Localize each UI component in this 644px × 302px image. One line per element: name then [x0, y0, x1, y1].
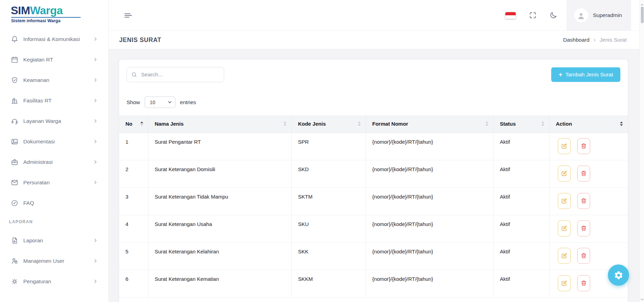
sort-icon [358, 121, 361, 126]
help-gauge-icon [11, 199, 18, 207]
cell-status: Aktif [494, 215, 549, 242]
fullscreen-button[interactable] [529, 11, 537, 19]
cell-no: 6 [119, 270, 148, 297]
mail-icon [11, 179, 18, 186]
column-header-kode-jenis[interactable]: Kode Jenis [292, 115, 366, 133]
cell-nama-jenis: Surat Keterangan Domisili [148, 160, 292, 187]
column-header-label: Format Nomor [372, 121, 408, 127]
edit-button[interactable] [558, 138, 571, 154]
card-toolbar: + Tambah Jenis Surat [119, 67, 628, 82]
page-title-bar: JENIS SURAT Dashboard › Jenis Surat [109, 31, 644, 49]
entries-label: entries [180, 99, 196, 106]
column-header-nama-jenis[interactable]: Nama Jenis [148, 115, 292, 133]
scroll-down-icon[interactable] [640, 296, 644, 300]
cell-nama-jenis: Surat Keterangan Usaha [148, 215, 292, 242]
navbar-right: Superadmin [505, 0, 644, 31]
column-header-format-nomor[interactable]: Format Nomor [366, 115, 494, 133]
sidebar-item-administrasi[interactable]: Administrasi [0, 152, 108, 172]
delete-button[interactable] [577, 220, 590, 236]
cell-no: 5 [119, 242, 148, 270]
column-header-action[interactable]: Action [549, 115, 628, 133]
trash-icon [580, 280, 587, 286]
edit-button[interactable] [558, 275, 571, 291]
cell-format-nomor: {nomor}/{kode}/RT/{tahun} [366, 160, 494, 187]
delete-button[interactable] [577, 166, 590, 182]
table-row: 2Surat Keterangan DomisiliSKD{nomor}/{ko… [119, 160, 628, 187]
edit-button[interactable] [558, 193, 571, 209]
column-header-label: Kode Jenis [298, 121, 326, 127]
page-size-select[interactable]: 10 [145, 97, 176, 108]
menu-toggle-button[interactable] [123, 11, 133, 20]
delete-button[interactable] [577, 193, 590, 209]
column-header-label: Nama Jenis [155, 121, 184, 127]
sort-icon [541, 121, 544, 126]
edit-button[interactable] [558, 248, 571, 264]
cell-kode-jenis: SKK [292, 242, 366, 270]
table-row: 5Surat Keterangan KelahiranSKK{nomor}/{k… [119, 242, 628, 270]
cell-no: 3 [119, 187, 148, 215]
column-header-status[interactable]: Status [494, 115, 549, 133]
cell-no: 1 [119, 133, 148, 160]
cell-kode-jenis: SKKM [292, 270, 366, 297]
sidebar-item-layanan-warga[interactable]: Layanan Warga [0, 111, 108, 131]
sidebar-item-manajemen-user[interactable]: Manajemen User [0, 251, 108, 271]
settings-fab[interactable] [608, 265, 629, 286]
page-content: + Tambah Jenis Surat Show 10 entries NoN… [109, 49, 644, 302]
brand-name: SIMWarga [11, 5, 108, 17]
sidebar-item-dokumentasi[interactable]: Dokumentasi [0, 131, 108, 152]
sidebar-item-label: Layanan Warga [23, 118, 93, 124]
sidebar-item-persuratan[interactable]: Persuratan [0, 172, 108, 193]
app-window: SIMWarga Sistem informasi Warga Informas… [0, 0, 644, 302]
sidebar-item-faq[interactable]: FAQ [0, 193, 108, 213]
cell-format-nomor: {nomor}/{kode}/RT/{tahun} [366, 270, 494, 297]
search-box [127, 67, 224, 82]
sidebar-item-label: Keamanan [23, 77, 93, 83]
cell-status: Aktif [494, 242, 549, 270]
edit-button[interactable] [558, 166, 571, 182]
brand-name-warga: Warga [30, 4, 63, 17]
edit-icon [561, 143, 568, 149]
cell-kode-jenis: SKD [292, 160, 366, 187]
user-menu[interactable]: Superadmin [566, 0, 631, 31]
cell-action [549, 215, 628, 242]
column-header-no[interactable]: No [119, 115, 148, 133]
sort-icon [486, 121, 488, 126]
sidebar-item-kegiatan-rt[interactable]: Kegiatan RT [0, 49, 108, 70]
flag-red-stripe [505, 12, 516, 16]
scrollbar-thumb[interactable] [641, 7, 644, 23]
plus-icon: + [559, 71, 562, 78]
gear-icon [614, 270, 623, 280]
cell-kode-jenis: SKTM [292, 187, 366, 215]
delete-button[interactable] [577, 138, 590, 154]
cell-status: Aktif [494, 270, 549, 297]
page-size-row: Show 10 entries [119, 82, 628, 108]
scroll-up-icon[interactable] [640, 2, 644, 6]
table-body: 1Surat Pengantar RTSPR{nomor}/{kode}/RT/… [119, 133, 628, 297]
edit-button[interactable] [558, 220, 571, 236]
edit-icon [561, 252, 568, 259]
table-row: 3Surat Keterangan Tidak MampuSKTM{nomor}… [119, 187, 628, 215]
sidebar-item-keamanan[interactable]: Keamanan [0, 70, 108, 90]
main-area: Superadmin JENIS SURAT Dashboard › Jenis… [109, 0, 644, 302]
add-button-label: Tambah Jenis Surat [565, 72, 613, 78]
table-row: 1Surat Pengantar RTSPR{nomor}/{kode}/RT/… [119, 133, 628, 160]
sidebar-item-laporan[interactable]: Laporan [0, 230, 108, 251]
briefcase-icon [11, 158, 18, 166]
language-flag-indonesia[interactable] [505, 12, 516, 19]
sidebar-item-label: Fasilitas RT [23, 98, 93, 104]
trash-icon [580, 143, 587, 149]
sidebar-item-fasilitas-rt[interactable]: Fasilitas RT [0, 90, 108, 111]
image-icon [11, 138, 18, 145]
dark-mode-button[interactable] [549, 11, 557, 19]
delete-button[interactable] [577, 248, 590, 264]
sidebar-item-informasi-komunikasi[interactable]: Informasi & Komunikasi [0, 29, 108, 49]
delete-button[interactable] [577, 275, 590, 291]
brand-logo[interactable]: SIMWarga Sistem informasi Warga [0, 0, 108, 29]
table-row: 4Surat Keterangan UsahaSKU{nomor}/{kode}… [119, 215, 628, 242]
page-scrollbar[interactable] [639, 0, 644, 302]
search-input[interactable] [127, 67, 224, 82]
breadcrumb-dashboard-link[interactable]: Dashboard [563, 37, 589, 43]
add-jenis-surat-button[interactable]: + Tambah Jenis Surat [551, 67, 620, 82]
sidebar-item-pengaturan[interactable]: Pengaturan [0, 271, 108, 292]
chevron-right-icon [93, 139, 98, 144]
